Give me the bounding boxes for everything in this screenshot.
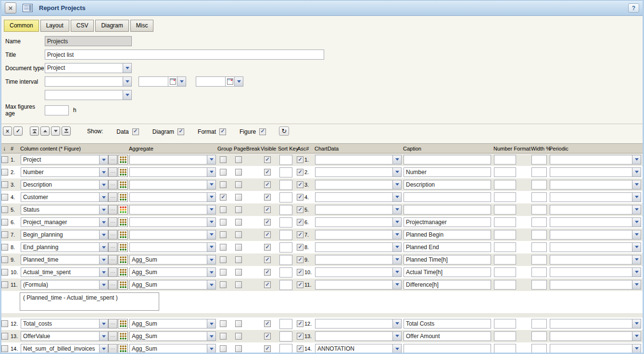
- width-percent-field[interactable]: [531, 255, 547, 265]
- chartdata-combo[interactable]: [315, 255, 402, 265]
- column-content-combo[interactable]: Actual_time_spent: [21, 267, 108, 277]
- caption-field[interactable]: [404, 331, 491, 341]
- format-palette-button[interactable]: [118, 167, 128, 177]
- asc-checkbox[interactable]: [297, 206, 303, 213]
- periodic-combo[interactable]: [550, 155, 641, 164]
- periodic-combo[interactable]: [550, 242, 641, 252]
- caption-field[interactable]: [404, 242, 491, 252]
- pagebreak-checkbox[interactable]: [235, 269, 242, 276]
- pagebreak-checkbox[interactable]: [235, 206, 242, 213]
- chartdata-combo[interactable]: [315, 205, 402, 215]
- sort-key-field[interactable]: [279, 167, 292, 177]
- caption-field[interactable]: [404, 344, 491, 354]
- periodic-combo[interactable]: [550, 267, 641, 277]
- sort-key-field[interactable]: [279, 344, 292, 354]
- sort-key-field[interactable]: [279, 230, 292, 240]
- number-format-field[interactable]: [494, 267, 516, 277]
- caption-field[interactable]: [404, 180, 491, 190]
- format-checkbox[interactable]: [219, 128, 226, 135]
- edit-column-button[interactable]: ...: [108, 205, 117, 215]
- asc-checkbox[interactable]: [297, 256, 303, 263]
- visible-checkbox[interactable]: [264, 194, 271, 201]
- asc-checkbox[interactable]: [297, 169, 303, 176]
- column-content-combo[interactable]: Status: [21, 205, 108, 215]
- column-content-combo[interactable]: Description: [21, 180, 108, 190]
- edit-column-button[interactable]: ...: [108, 180, 117, 190]
- document-type-combo[interactable]: Project: [45, 63, 132, 73]
- group-checkbox[interactable]: [220, 256, 227, 263]
- width-percent-field[interactable]: [531, 217, 547, 227]
- asc-checkbox[interactable]: [297, 333, 303, 340]
- periodic-combo[interactable]: [550, 180, 641, 190]
- chartdata-combo[interactable]: [315, 331, 402, 341]
- aggregate-combo[interactable]: [129, 217, 216, 227]
- chartdata-combo[interactable]: [315, 242, 402, 252]
- column-content-combo[interactable]: Total_costs: [21, 319, 108, 329]
- tab-common[interactable]: Common: [4, 20, 39, 32]
- row-select-checkbox[interactable]: [1, 345, 8, 352]
- aggregate-combo[interactable]: [129, 192, 216, 202]
- pagebreak-checkbox[interactable]: [235, 281, 242, 288]
- sort-key-field[interactable]: [279, 319, 292, 329]
- move-down-button[interactable]: [51, 126, 60, 136]
- delete-row-button[interactable]: ×: [3, 126, 12, 136]
- sort-key-field[interactable]: [279, 267, 292, 278]
- row-select-checkbox[interactable]: [1, 333, 8, 340]
- row-select-checkbox[interactable]: [1, 194, 8, 201]
- width-percent-field[interactable]: [531, 205, 547, 215]
- asc-checkbox[interactable]: [297, 194, 303, 201]
- asc-checkbox[interactable]: [297, 156, 303, 163]
- width-percent-field[interactable]: [531, 344, 547, 354]
- periodic-combo[interactable]: [550, 331, 641, 341]
- row-select-checkbox[interactable]: [1, 256, 8, 263]
- chartdata-combo[interactable]: [315, 319, 402, 329]
- row-select-checkbox[interactable]: [1, 219, 8, 226]
- pagebreak-checkbox[interactable]: [235, 320, 242, 327]
- asc-checkbox[interactable]: [297, 219, 303, 226]
- pagebreak-checkbox[interactable]: [235, 231, 242, 238]
- group-checkbox[interactable]: [220, 169, 227, 176]
- aggregate-combo[interactable]: Agg_Sum: [129, 344, 216, 354]
- edit-column-button[interactable]: ...: [108, 319, 117, 329]
- format-palette-button[interactable]: [118, 217, 128, 227]
- column-content-combo[interactable]: Begin_planning: [21, 230, 108, 240]
- edit-column-button[interactable]: ...: [108, 167, 117, 177]
- number-format-field[interactable]: [494, 319, 516, 329]
- aggregate-combo[interactable]: Agg_Sum: [129, 267, 216, 277]
- row-select-checkbox[interactable]: [1, 269, 8, 276]
- refresh-button[interactable]: ↻: [279, 126, 289, 136]
- format-palette-button[interactable]: [118, 319, 128, 329]
- group-checkbox[interactable]: [220, 231, 227, 238]
- edit-column-button[interactable]: ...: [108, 280, 117, 290]
- chartdata-combo[interactable]: ANNOTATION: [315, 344, 402, 354]
- number-format-field[interactable]: [494, 280, 516, 290]
- column-content-combo[interactable]: Project_manager: [21, 217, 108, 227]
- edit-column-button[interactable]: ...: [108, 192, 117, 202]
- number-format-field[interactable]: [494, 230, 516, 240]
- number-format-field[interactable]: [494, 192, 516, 202]
- data-checkbox[interactable]: [132, 128, 139, 135]
- group-checkbox[interactable]: [220, 156, 227, 163]
- caption-field[interactable]: [404, 167, 491, 177]
- edit-column-button[interactable]: ...: [108, 242, 117, 252]
- width-percent-field[interactable]: [531, 167, 547, 177]
- pagebreak-checkbox[interactable]: [235, 194, 242, 201]
- caption-field[interactable]: [404, 205, 491, 215]
- visible-checkbox[interactable]: [264, 169, 271, 176]
- aggregate-combo[interactable]: Agg_Sum: [129, 331, 216, 341]
- group-checkbox[interactable]: [220, 219, 227, 226]
- apply-button[interactable]: ✓: [13, 126, 23, 136]
- format-palette-button[interactable]: [118, 331, 128, 341]
- chartdata-combo[interactable]: [315, 167, 402, 177]
- visible-checkbox[interactable]: [264, 281, 271, 288]
- sort-key-field[interactable]: [279, 217, 292, 228]
- tab-misc[interactable]: Misc: [130, 20, 154, 32]
- chartdata-combo[interactable]: [315, 230, 402, 240]
- group-checkbox[interactable]: [220, 345, 227, 352]
- format-palette-button[interactable]: [118, 344, 128, 354]
- chartdata-combo[interactable]: [315, 280, 402, 290]
- number-format-field[interactable]: [494, 255, 516, 265]
- format-palette-button[interactable]: [118, 155, 128, 164]
- time-interval-combo[interactable]: [45, 76, 132, 87]
- sort-key-field[interactable]: [279, 180, 292, 190]
